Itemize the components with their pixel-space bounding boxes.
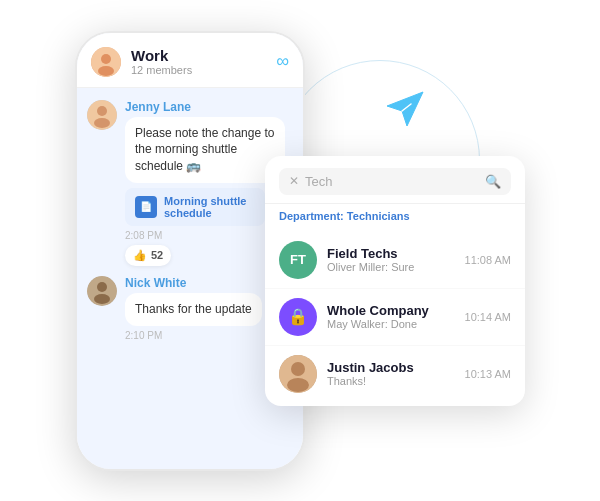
panel-results-list: FT Field Techs Oliver Miller: Sure 11:08… <box>265 228 525 406</box>
svg-point-4 <box>97 106 107 116</box>
whole-company-time: 10:14 AM <box>465 311 511 323</box>
field-techs-time: 11:08 AM <box>465 254 511 266</box>
attachment-doc-icon: 📄 <box>135 196 157 218</box>
svg-point-1 <box>101 54 111 64</box>
search-header: ✕ Tech 🔍 <box>265 156 525 204</box>
panel-item-justin[interactable]: Justin Jacobs Thanks! 10:13 AM <box>265 346 525 402</box>
svg-point-7 <box>97 282 107 292</box>
message-group-nick: Nick White Thanks for the update 2:10 PM <box>87 276 293 341</box>
svg-point-2 <box>98 66 114 76</box>
justin-sub: Thanks! <box>327 375 455 387</box>
justin-avatar <box>279 355 317 393</box>
thumb-icon: 👍 <box>133 249 147 262</box>
whole-company-name: Whole Company <box>327 303 455 318</box>
whole-company-avatar: 🔒 <box>279 298 317 336</box>
reaction-count: 52 <box>151 249 163 261</box>
nick-bubble: Thanks for the update <box>125 293 262 326</box>
jenny-name: Jenny Lane <box>125 100 293 114</box>
search-filter: Department: Technicians <box>265 204 525 228</box>
field-techs-info: Field Techs Oliver Miller: Sure <box>327 246 455 273</box>
chat-subtitle: 12 members <box>131 64 266 76</box>
justin-info: Justin Jacobs Thanks! <box>327 360 455 387</box>
svg-point-10 <box>291 362 305 376</box>
panel-item-field-techs[interactable]: FT Field Techs Oliver Miller: Sure 11:08… <box>265 232 525 289</box>
field-techs-avatar: FT <box>279 241 317 279</box>
svg-point-5 <box>94 118 110 128</box>
field-techs-name: Field Techs <box>327 246 455 261</box>
main-scene: Work 12 members ∞ <box>75 31 525 471</box>
whole-company-info: Whole Company May Walker: Done <box>327 303 455 330</box>
svg-point-11 <box>287 378 309 392</box>
reaction-bar[interactable]: 👍 52 <box>125 245 171 266</box>
whole-company-sub: May Walker: Done <box>327 318 455 330</box>
field-techs-sub: Oliver Miller: Sure <box>327 261 455 273</box>
filter-value[interactable]: Technicians <box>347 210 410 222</box>
jenny-avatar <box>87 100 117 130</box>
nick-avatar <box>87 276 117 306</box>
justin-name: Justin Jacobs <box>327 360 455 375</box>
svg-point-8 <box>94 294 110 304</box>
work-group-avatar <box>91 47 121 77</box>
chat-header: Work 12 members ∞ <box>77 33 303 88</box>
jenny-bubble: Please note the change to the morning sh… <box>125 117 285 183</box>
chat-header-info: Work 12 members <box>131 47 266 76</box>
attachment-label: Morning shuttle schedule <box>164 195 255 219</box>
justin-time: 10:13 AM <box>465 368 511 380</box>
search-bar[interactable]: ✕ Tech 🔍 <box>279 168 511 195</box>
close-search-icon[interactable]: ✕ <box>289 174 299 188</box>
panel-item-whole-company[interactable]: 🔒 Whole Company May Walker: Done 10:14 A… <box>265 289 525 346</box>
message-group-jenny: Jenny Lane Please note the change to the… <box>87 100 293 266</box>
search-input-value[interactable]: Tech <box>305 174 479 189</box>
chat-title: Work <box>131 47 266 64</box>
jenny-attachment[interactable]: 📄 Morning shuttle schedule <box>125 188 265 226</box>
infinity-icon[interactable]: ∞ <box>276 51 289 72</box>
search-panel: ✕ Tech 🔍 Department: Technicians FT Fiel… <box>265 156 525 406</box>
search-icon[interactable]: 🔍 <box>485 174 501 189</box>
filter-label: Department: <box>279 210 344 222</box>
